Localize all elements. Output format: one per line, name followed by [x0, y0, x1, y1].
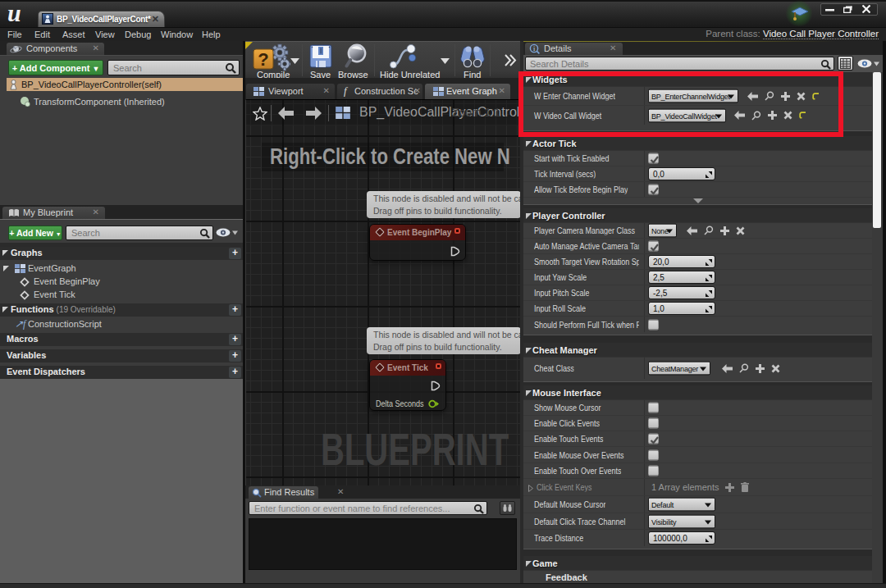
svg-text:?: ?: [258, 49, 268, 70]
